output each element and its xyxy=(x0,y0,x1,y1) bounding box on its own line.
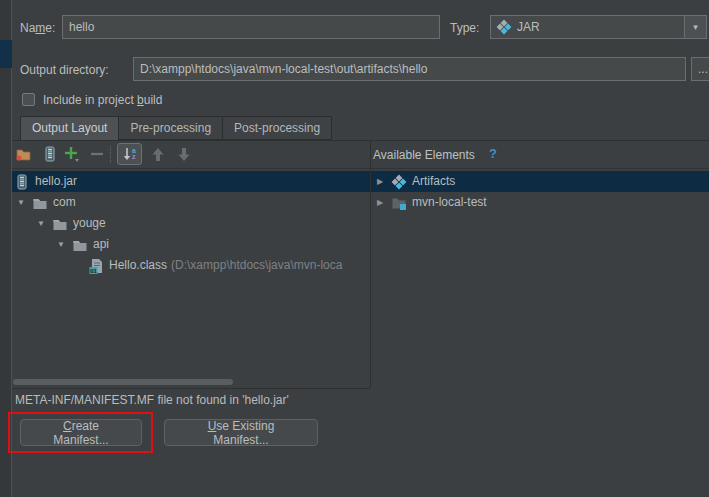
create-manifest-button[interactable]: Create Manifest... xyxy=(20,419,142,446)
add-icon xyxy=(63,145,81,163)
browse-button[interactable]: ... xyxy=(691,57,709,81)
artifact-diamonds-icon xyxy=(391,174,407,190)
class-file-icon: 01 xyxy=(88,258,104,274)
tree-bottom-divider xyxy=(12,388,370,389)
content-divider xyxy=(12,140,709,141)
module-icon xyxy=(391,195,407,211)
tree-row-artifacts[interactable]: ▶ Artifacts xyxy=(371,171,709,192)
horizontal-scrollbar[interactable] xyxy=(13,379,233,385)
output-directory-label: Output directory: xyxy=(20,62,109,78)
tab-pre-processing[interactable]: Pre-processing xyxy=(119,116,223,140)
remove-button[interactable] xyxy=(88,145,106,163)
move-down-button[interactable] xyxy=(175,145,193,163)
tree-row-label: youge xyxy=(73,213,106,234)
tab-bar: Output Layout Pre-processing Post-proces… xyxy=(20,116,332,141)
chevron-down-icon[interactable]: ▼ xyxy=(56,234,66,255)
tree-row-com[interactable]: ▼ com xyxy=(12,192,370,213)
svg-text:01: 01 xyxy=(90,267,97,273)
new-archive-button[interactable] xyxy=(41,145,59,163)
chevron-down-icon[interactable]: ▼ xyxy=(684,16,706,38)
tree-row-mvn-local-test[interactable]: ▶ mvn-local-test xyxy=(371,192,709,213)
include-in-build-label: Include in project build xyxy=(43,92,162,108)
remove-icon xyxy=(90,147,104,161)
tree-row-label: hello.jar xyxy=(35,171,77,192)
sort-alphabetically-icon xyxy=(123,147,131,161)
tree-row-label: Hello.class xyxy=(109,255,167,276)
dialog-left-edge xyxy=(0,0,12,497)
artifact-settings-panel: Name: Type: JAR ▼ Output directory: ... … xyxy=(0,0,709,497)
available-elements-title: Available Elements xyxy=(373,147,475,163)
chevron-right-icon[interactable]: ▶ xyxy=(375,192,385,213)
manifest-missing-message: META-INF/MANIFEST.MF file not found in '… xyxy=(15,392,289,408)
move-up-icon xyxy=(151,147,165,162)
artifact-diamonds-icon xyxy=(496,19,512,35)
help-icon[interactable]: ? xyxy=(489,146,497,161)
chevron-right-icon[interactable]: ▶ xyxy=(375,171,385,192)
include-in-build-checkbox[interactable] xyxy=(22,93,35,106)
jar-archive-icon xyxy=(44,146,56,162)
tree-row-label: mvn-local-test xyxy=(412,192,487,213)
new-folder-icon xyxy=(15,146,32,162)
move-up-button[interactable] xyxy=(149,145,167,163)
name-input[interactable] xyxy=(62,15,440,39)
toolbar-divider xyxy=(12,168,709,169)
folder-icon xyxy=(52,216,68,232)
output-directory-input[interactable] xyxy=(133,57,686,81)
folder-icon xyxy=(72,237,88,253)
type-select[interactable]: JAR ▼ xyxy=(490,15,707,39)
move-down-icon xyxy=(177,147,191,162)
new-folder-button[interactable] xyxy=(14,145,32,163)
sort-az-letters: az xyxy=(132,148,136,160)
add-button[interactable] xyxy=(63,145,81,163)
chevron-down-icon[interactable]: ▼ xyxy=(16,192,26,213)
tree-row-hello-jar[interactable]: hello.jar xyxy=(12,171,370,192)
type-label: Type: xyxy=(450,20,479,36)
tab-post-processing[interactable]: Post-processing xyxy=(223,116,332,140)
chevron-down-icon[interactable]: ▼ xyxy=(36,213,46,234)
sort-alphabetically-toggle[interactable]: az xyxy=(117,143,142,165)
tree-row-label: com xyxy=(53,192,76,213)
folder-icon xyxy=(32,195,48,211)
tree-row-path-note: (D:\xampp\htdocs\java\mvn-loca xyxy=(171,255,342,276)
jar-archive-icon xyxy=(14,174,30,190)
use-existing-manifest-button[interactable]: Use Existing Manifest... xyxy=(164,419,318,446)
tree-row-label: api xyxy=(93,234,109,255)
toolbar-separator xyxy=(110,146,111,163)
name-label: Name: xyxy=(20,20,55,36)
tab-output-layout[interactable]: Output Layout xyxy=(20,116,119,141)
type-value: JAR xyxy=(517,20,540,34)
sidebar-selection-fragment xyxy=(0,40,12,68)
tree-row-hello-class[interactable]: 01 Hello.class (D:\xampp\htdocs\java\mvn… xyxy=(12,255,370,276)
tree-row-api[interactable]: ▼ api xyxy=(12,234,370,255)
tree-row-youge[interactable]: ▼ youge xyxy=(12,213,370,234)
tree-row-label: Artifacts xyxy=(412,171,455,192)
